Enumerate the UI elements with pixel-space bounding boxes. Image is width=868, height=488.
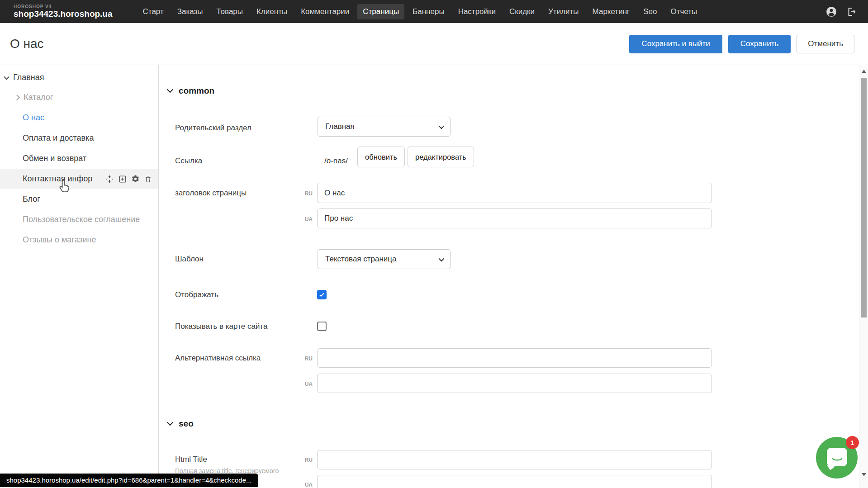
tree-item-katalog[interactable]: Каталог [0, 87, 158, 108]
menu-item-discounts[interactable]: Скидки [504, 4, 540, 19]
page-title: О нас [10, 37, 44, 51]
pages-tree-sidebar: Главная Каталог О нас Оплата и доставка … [0, 65, 159, 488]
chevron-down-icon [439, 123, 445, 129]
brand-domain-label: shop34423.horoshop.ua [14, 9, 113, 19]
page-header: О нас Сохранить и выйти Сохранить Отмени… [0, 23, 868, 65]
tree-item-polzovatelskoe[interactable]: Пользовательское соглашение [0, 209, 158, 230]
alt-link-ua-input[interactable] [317, 374, 712, 393]
html-title-ru-input[interactable] [317, 450, 712, 469]
sitemap-label: Показывать в карте сайта [175, 322, 267, 331]
tree-item-glavnaya[interactable]: Главная [0, 67, 158, 88]
link-refresh-button[interactable]: обновить [357, 147, 405, 167]
section-common-toggle[interactable]: common [168, 86, 214, 96]
add-icon[interactable] [119, 175, 127, 183]
brand-logo[interactable]: HOROSHOP V4 shop34423.horoshop.ua [14, 5, 113, 18]
parent-section-label: Родительский раздел [175, 123, 251, 133]
header-actions: Сохранить и выйти Сохранить Отменить [629, 35, 854, 53]
smile-icon [832, 458, 843, 463]
template-label: Шаблон [175, 255, 204, 264]
logout-icon[interactable] [845, 6, 857, 18]
chat-unread-badge: 1 [846, 436, 859, 449]
horoshop-admin-page: HOROSHOP V4 shop34423.horoshop.ua Старт … [0, 0, 868, 488]
lang-ru-label: RU [293, 355, 313, 362]
alt-link-ru-input[interactable] [317, 348, 712, 368]
account-icon[interactable] [825, 6, 837, 18]
tree-item-kontaktnaya[interactable]: Контактная инфор [0, 169, 158, 189]
scrollbar-thumb[interactable] [861, 78, 867, 317]
cancel-button[interactable]: Отменить [797, 35, 854, 53]
save-and-exit-button[interactable]: Сохранить и выйти [629, 35, 722, 53]
link-path-value: /o-nas/ [324, 156, 348, 166]
move-icon[interactable] [105, 175, 114, 184]
tree-item-blog[interactable]: Блог [0, 189, 158, 209]
menu-item-marketing[interactable]: Маркетинг [587, 4, 636, 19]
scroll-down-arrow[interactable] [862, 473, 866, 476]
page-title-ru-input[interactable] [317, 183, 712, 203]
menu-item-pages[interactable]: Страницы [357, 4, 404, 19]
tree-item-actions [105, 169, 152, 189]
lang-ua-label: UA [293, 216, 313, 223]
html-title-ua-input[interactable] [317, 475, 712, 488]
html-title-label: Html Title [175, 455, 207, 464]
menu-item-clients[interactable]: Клиенты [251, 4, 293, 19]
chevron-right-icon[interactable] [14, 95, 20, 100]
tree-item-oplata[interactable]: Оплата и доставка [0, 128, 158, 148]
chat-widget-button[interactable]: 1 [816, 437, 858, 479]
link-label: Ссылка [175, 156, 202, 166]
lang-ua-label: UA [293, 482, 313, 488]
link-edit-button[interactable]: редактировать [408, 147, 474, 167]
gear-icon[interactable] [131, 175, 140, 183]
chevron-down-icon [439, 256, 445, 261]
tree-item-o-nas[interactable]: О нас [0, 108, 158, 128]
menu-item-products[interactable]: Товары [211, 4, 248, 19]
template-select[interactable]: Текстовая страница [318, 249, 451, 269]
lang-ua-label: UA [293, 381, 313, 387]
parent-section-select[interactable]: Главная [318, 117, 451, 137]
menu-item-start[interactable]: Старт [138, 4, 169, 19]
display-checkbox[interactable] [317, 290, 327, 299]
page-title-ua-input[interactable] [317, 208, 712, 228]
topbar-right-icons [825, 6, 857, 18]
menu-item-seo[interactable]: Seo [638, 4, 662, 19]
chat-bubble-icon [827, 448, 847, 466]
menu-item-banners[interactable]: Баннеры [407, 4, 450, 19]
save-button[interactable]: Сохранить [728, 35, 791, 53]
top-navigation-bar: HOROSHOP V4 shop34423.horoshop.ua Старт … [0, 0, 868, 23]
link-preview-statusbar: shop34423.horoshop.ua/edit/edit.php?id=6… [0, 474, 258, 487]
menu-item-reports[interactable]: Отчеты [665, 4, 702, 19]
trash-icon[interactable] [144, 175, 152, 183]
menu-item-settings[interactable]: Настройки [453, 4, 501, 19]
alt-link-label: Альтернативная ссылка [175, 354, 261, 363]
menu-item-orders[interactable]: Заказы [172, 4, 209, 19]
menu-item-utilities[interactable]: Утилиты [543, 4, 584, 19]
vertical-scrollbar[interactable] [859, 65, 868, 488]
lang-ru-label: RU [293, 457, 313, 463]
chevron-down-icon [167, 419, 173, 426]
chevron-down-icon[interactable] [4, 74, 9, 80]
chevron-down-icon [167, 86, 173, 93]
section-seo-toggle[interactable]: seo [168, 419, 194, 429]
menu-item-comments[interactable]: Комментарии [295, 4, 355, 19]
check-icon [318, 291, 325, 298]
sitemap-checkbox[interactable] [317, 322, 327, 331]
page-edit-form: common Родительский раздел Главная Ссылк… [159, 65, 859, 488]
scroll-up-arrow[interactable] [862, 70, 866, 73]
page-title-field-label: заголовок страницы [175, 189, 247, 198]
top-menu: Старт Заказы Товары Клиенты Комментарии … [138, 4, 703, 19]
lang-ru-label: RU [293, 190, 313, 197]
tree-item-obmen[interactable]: Обмен и возврат [0, 148, 158, 169]
display-label: Отображать [175, 290, 218, 299]
tree-item-otzyvy[interactable]: Отзывы о магазине [0, 230, 158, 250]
